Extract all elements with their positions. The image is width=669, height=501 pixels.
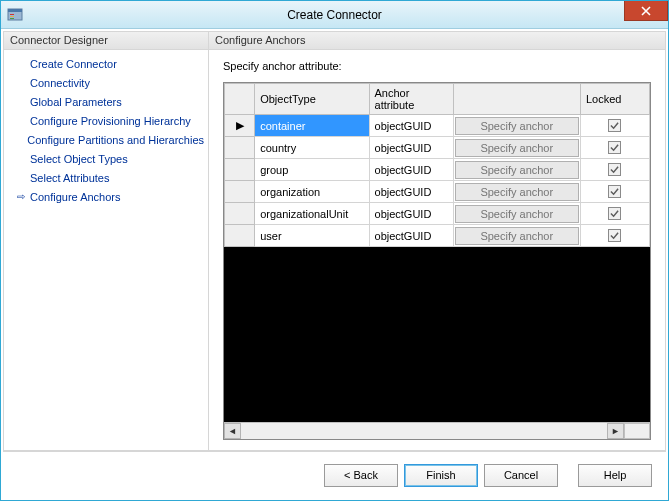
specify-anchor-button[interactable]: Specify anchor: [455, 117, 579, 135]
col-rowheader: [225, 84, 255, 115]
nav-item[interactable]: Select Attributes: [4, 168, 208, 187]
nav-item-label: Connectivity: [28, 77, 90, 89]
nav-item[interactable]: Configure Provisioning Hierarchy: [4, 111, 208, 130]
client-area: Connector Designer Create ConnectorConne…: [1, 29, 668, 500]
nav-item-label: Select Object Types: [28, 153, 128, 165]
cell-locked: [580, 225, 649, 247]
locked-checkbox[interactable]: [608, 141, 621, 154]
anchor-grid: ObjectType Anchor attribute Locked ▶cont…: [223, 82, 651, 440]
specify-anchor-button[interactable]: Specify anchor: [455, 161, 579, 179]
locked-checkbox[interactable]: [608, 207, 621, 220]
nav-item[interactable]: Global Parameters: [4, 92, 208, 111]
titlebar: Create Connector: [1, 1, 668, 29]
scroll-left-button[interactable]: ◄: [224, 423, 241, 439]
col-objecttype[interactable]: ObjectType: [255, 84, 369, 115]
nav-item-label: Configure Provisioning Hierarchy: [28, 115, 191, 127]
row-header-cell[interactable]: [225, 203, 255, 225]
cell-anchorattr[interactable]: objectGUID: [369, 225, 453, 247]
specify-anchor-button[interactable]: Specify anchor: [455, 227, 579, 245]
svg-rect-2: [10, 14, 14, 15]
content-area: Specify anchor attribute:: [209, 50, 665, 450]
cell-objecttype[interactable]: user: [255, 225, 369, 247]
close-button[interactable]: [624, 1, 668, 21]
row-header-cell[interactable]: [225, 159, 255, 181]
svg-rect-3: [10, 16, 14, 17]
cell-locked: [580, 203, 649, 225]
nav-item[interactable]: Connectivity: [4, 73, 208, 92]
nav-panel-header: Connector Designer: [4, 32, 208, 50]
cell-objecttype[interactable]: organization: [255, 181, 369, 203]
cell-action: Specify anchor: [453, 203, 580, 225]
row-header-cell[interactable]: [225, 137, 255, 159]
nav-item-label: Create Connector: [28, 58, 117, 70]
col-anchorattr[interactable]: Anchor attribute: [369, 84, 453, 115]
top-pane: Connector Designer Create ConnectorConne…: [3, 31, 666, 452]
button-bar: < Back Finish Cancel Help: [3, 452, 666, 498]
table-row[interactable]: organizationobjectGUIDSpecify anchor: [225, 181, 650, 203]
cell-action: Specify anchor: [453, 137, 580, 159]
nav-item-label: Configure Partitions and Hierarchies: [25, 134, 204, 146]
help-button[interactable]: Help: [578, 464, 652, 487]
nav-item[interactable]: Create Connector: [4, 54, 208, 73]
window-title: Create Connector: [1, 8, 668, 22]
cell-action: Specify anchor: [453, 115, 580, 137]
cell-objecttype[interactable]: group: [255, 159, 369, 181]
nav-item-label: Configure Anchors: [28, 191, 121, 203]
nav-panel: Connector Designer Create ConnectorConne…: [3, 31, 209, 451]
cell-anchorattr[interactable]: objectGUID: [369, 203, 453, 225]
cell-action: Specify anchor: [453, 225, 580, 247]
table-row[interactable]: userobjectGUIDSpecify anchor: [225, 225, 650, 247]
content-panel-header: Configure Anchors: [209, 32, 665, 50]
cell-anchorattr[interactable]: objectGUID: [369, 181, 453, 203]
instruction-label: Specify anchor attribute:: [223, 60, 651, 72]
specify-anchor-button[interactable]: Specify anchor: [455, 183, 579, 201]
cell-action: Specify anchor: [453, 181, 580, 203]
finish-button[interactable]: Finish: [404, 464, 478, 487]
cancel-button[interactable]: Cancel: [484, 464, 558, 487]
locked-checkbox[interactable]: [608, 119, 621, 132]
content-panel: Configure Anchors Specify anchor attribu…: [209, 31, 666, 451]
cell-objecttype[interactable]: container: [255, 115, 369, 137]
row-header-cell[interactable]: ▶: [225, 115, 255, 137]
row-header-cell[interactable]: [225, 181, 255, 203]
grid-empty-area: [224, 247, 650, 422]
col-action[interactable]: [453, 84, 580, 115]
nav-item[interactable]: Configure Partitions and Hierarchies: [4, 130, 208, 149]
anchor-table: ObjectType Anchor attribute Locked ▶cont…: [224, 83, 650, 247]
cell-anchorattr[interactable]: objectGUID: [369, 137, 453, 159]
nav-list: Create ConnectorConnectivityGlobal Param…: [4, 50, 208, 210]
table-row[interactable]: organizationalUnitobjectGUIDSpecify anch…: [225, 203, 650, 225]
svg-rect-4: [10, 18, 14, 19]
scroll-right-button[interactable]: ►: [607, 423, 624, 439]
cell-objecttype[interactable]: country: [255, 137, 369, 159]
locked-checkbox[interactable]: [608, 163, 621, 176]
cell-objecttype[interactable]: organizationalUnit: [255, 203, 369, 225]
cell-locked: [580, 159, 649, 181]
cell-locked: [580, 181, 649, 203]
nav-item[interactable]: ⇨Configure Anchors: [4, 187, 208, 206]
cell-locked: [580, 137, 649, 159]
table-row[interactable]: countryobjectGUIDSpecify anchor: [225, 137, 650, 159]
wizard-window: Create Connector Connector Designer Crea…: [0, 0, 669, 501]
cell-anchorattr[interactable]: objectGUID: [369, 159, 453, 181]
specify-anchor-button[interactable]: Specify anchor: [455, 205, 579, 223]
nav-item-label: Select Attributes: [28, 172, 110, 184]
nav-item[interactable]: Select Object Types: [4, 149, 208, 168]
svg-rect-1: [8, 9, 22, 12]
nav-item-label: Global Parameters: [28, 96, 122, 108]
back-button[interactable]: < Back: [324, 464, 398, 487]
scrollbar-corner: [624, 423, 650, 439]
table-row[interactable]: groupobjectGUIDSpecify anchor: [225, 159, 650, 181]
hscrollbar[interactable]: ◄ ►: [224, 422, 650, 439]
cell-locked: [580, 115, 649, 137]
arrow-icon: ⇨: [14, 191, 28, 202]
locked-checkbox[interactable]: [608, 185, 621, 198]
table-row[interactable]: ▶containerobjectGUIDSpecify anchor: [225, 115, 650, 137]
locked-checkbox[interactable]: [608, 229, 621, 242]
specify-anchor-button[interactable]: Specify anchor: [455, 139, 579, 157]
col-locked[interactable]: Locked: [580, 84, 649, 115]
app-icon: [7, 7, 23, 23]
scroll-track[interactable]: [241, 423, 607, 439]
cell-anchorattr[interactable]: objectGUID: [369, 115, 453, 137]
row-header-cell[interactable]: [225, 225, 255, 247]
